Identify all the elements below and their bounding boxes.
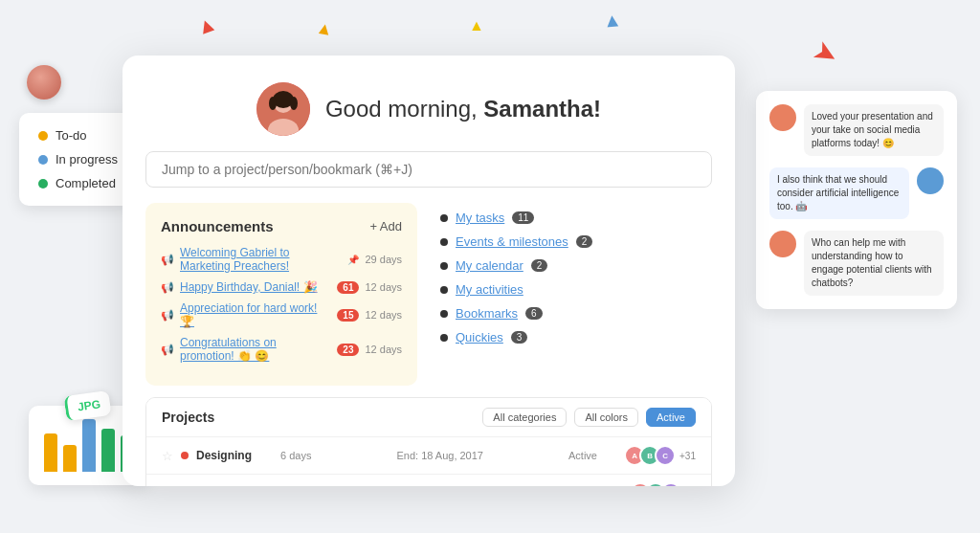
task-item: My tasks 11	[440, 211, 712, 225]
deco-arrow-2: ▲	[314, 18, 334, 41]
chat-text: Who can help me with understanding how t…	[804, 231, 944, 296]
task-link[interactable]: My activities	[456, 282, 523, 297]
task-count: 6	[525, 307, 543, 320]
announcement-item: 📢 Appreciation for hard work! 🏆 15 12 da…	[161, 301, 402, 328]
chart-bar	[101, 429, 115, 472]
announcement-item: 📢 Congratulations on promotion! 👏 😊 23 1…	[161, 336, 402, 363]
task-item: Quickies 3	[440, 330, 712, 344]
megaphone-icon: 📢	[161, 344, 174, 356]
announcement-link[interactable]: Welcoming Gabriel to Marketing Preachers…	[180, 246, 342, 273]
greeting-name: Samantha!	[483, 96, 601, 122]
chat-avatar	[769, 231, 796, 257]
project-row: ☆ Designing 6 days End: 18 Aug, 2017 Act…	[146, 436, 711, 474]
task-dot	[440, 262, 448, 270]
main-header: Good morning, Samantha!	[122, 56, 735, 151]
legend-dot	[38, 155, 48, 165]
filter-categories-button[interactable]: All categories	[482, 408, 567, 427]
projects-section: Projects All categories All colors Activ…	[145, 397, 712, 486]
task-dot	[440, 310, 448, 318]
announcements-header: Announcements + Add	[161, 218, 402, 234]
announcement-badge: 15	[337, 309, 359, 322]
main-card: Good morning, Samantha! Announcements + …	[122, 56, 735, 486]
megaphone-icon: 📢	[161, 281, 174, 294]
deco-arrow-4: ▲	[602, 9, 623, 33]
avatar-mini: C	[655, 445, 676, 466]
project-dot	[181, 452, 189, 459]
filter-status-button[interactable]: Active	[646, 408, 696, 427]
user-avatar-topleft[interactable]	[27, 65, 61, 100]
svg-point-4	[269, 97, 277, 110]
announcement-days: 12 days	[365, 281, 402, 293]
filter-buttons: All categories All colors Active	[482, 408, 696, 427]
legend-card: // Will populate via JS below To-do In p…	[19, 113, 137, 206]
chat-avatar	[769, 104, 796, 131]
chat-text: Loved your presentation and your take on…	[804, 104, 944, 156]
announcement-link[interactable]: Appreciation for hard work! 🏆	[180, 301, 331, 328]
svg-point-5	[290, 97, 298, 110]
filter-colors-button[interactable]: All colors	[574, 408, 638, 427]
user-avatar	[256, 82, 310, 136]
project-status: Active	[568, 450, 616, 461]
deco-arrow-3: ▲	[469, 17, 484, 34]
add-announcement-button[interactable]: + Add	[369, 219, 402, 233]
task-count: 2	[576, 235, 593, 248]
content-grid: Announcements + Add 📢 Welcoming Gabriel …	[122, 203, 735, 386]
megaphone-icon: 📢	[161, 254, 174, 266]
announcement-days: 12 days	[365, 309, 402, 321]
avatar-count: +31	[679, 451, 696, 461]
chart-bar	[63, 445, 77, 472]
chat-avatar	[917, 167, 944, 194]
legend-item: In progress	[38, 152, 118, 167]
task-link[interactable]: Bookmarks	[456, 306, 518, 321]
announcement-item: 📢 Happy Birthday, Danial! 🎉 61 12 days	[161, 280, 402, 294]
star-icon[interactable]: ☆	[162, 486, 173, 487]
avatar-mini: F	[660, 482, 681, 486]
project-row: ☆ Social media 7 days 22 Jun, 2016 → 6 A…	[146, 474, 711, 486]
task-item: My activities	[440, 282, 712, 297]
project-list: ☆ Designing 6 days End: 18 Aug, 2017 Act…	[146, 436, 711, 486]
task-item: My calendar 2	[440, 258, 712, 273]
legend-item: To-do	[38, 128, 118, 143]
star-icon[interactable]: ☆	[162, 449, 173, 463]
project-name: Designing	[196, 449, 273, 462]
task-list: My tasks 11 Events & milestones 2 My cal…	[440, 211, 712, 344]
legend-label: To-do	[56, 128, 87, 143]
task-item: Events & milestones 2	[440, 234, 712, 249]
task-link[interactable]: Events & milestones	[456, 234, 568, 249]
chat-text: I also think that we should consider art…	[769, 167, 909, 219]
legend-label: In progress	[56, 152, 118, 167]
task-dot	[440, 286, 448, 294]
announcement-days: 29 days	[365, 254, 402, 265]
megaphone-icon: 📢	[161, 309, 174, 322]
project-date: End: 18 Aug, 2017	[319, 450, 561, 461]
task-count: 2	[531, 259, 548, 272]
announcement-list: 📢 Welcoming Gabriel to Marketing Preache…	[161, 246, 402, 363]
announcements-panel: Announcements + Add 📢 Welcoming Gabriel …	[145, 203, 417, 386]
projects-header: Projects All categories All colors Activ…	[146, 398, 711, 436]
task-item: Bookmarks 6	[440, 306, 712, 321]
task-link[interactable]: My tasks	[456, 211, 504, 225]
task-dot	[440, 238, 448, 246]
avatar-stack: ABC +31	[624, 445, 696, 466]
chat-bubble: Who can help me with understanding how t…	[769, 231, 944, 296]
search-input[interactable]	[145, 151, 712, 188]
task-dot	[440, 334, 448, 342]
deco-arrow-1: ▲	[192, 11, 220, 41]
deco-arrow-5: ➤	[808, 33, 845, 74]
chat-bubble: Loved your presentation and your take on…	[769, 104, 944, 156]
project-days: 6 days	[280, 450, 311, 461]
announcement-link[interactable]: Happy Birthday, Danial! 🎉	[180, 280, 331, 294]
legend-label: Completed	[56, 176, 116, 190]
greeting-prefix: Good morning,	[325, 96, 483, 122]
greeting: Good morning, Samantha!	[325, 96, 601, 122]
task-link[interactable]: My calendar	[456, 258, 523, 273]
legend-dot	[38, 131, 48, 141]
chat-bubble: I also think that we should consider art…	[769, 167, 944, 219]
legend-dot	[38, 179, 48, 189]
announcement-link[interactable]: Congratulations on promotion! 👏 😊	[180, 336, 331, 363]
task-link[interactable]: Quickies	[456, 330, 503, 344]
task-count: 11	[512, 211, 534, 224]
pin-icon: 📌	[347, 255, 359, 265]
announcement-badge: 61	[337, 281, 359, 294]
chart-bar	[82, 419, 96, 472]
